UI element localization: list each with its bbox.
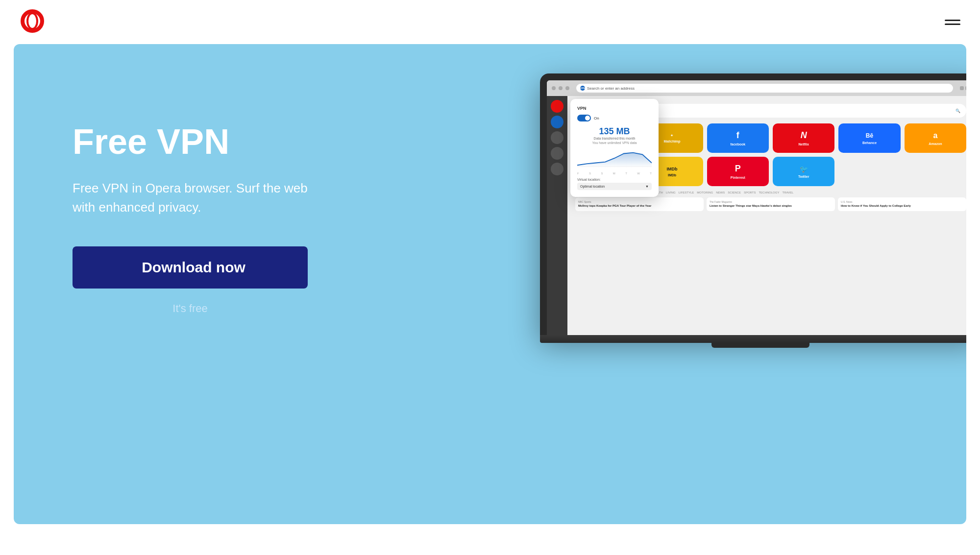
browser-controls [960, 86, 966, 90]
browser-dot-2 [559, 86, 563, 90]
browser-sidebar [547, 96, 567, 335]
news-tab-technology[interactable]: TECHNOLOGY [759, 191, 779, 194]
vpn-data-label: Data transferred this month [577, 137, 652, 140]
sd-amazon[interactable]: a Amazon [905, 123, 966, 153]
chevron-down-icon: ▼ [645, 185, 649, 188]
laptop-mockup: VPN Search or enter an address [540, 73, 966, 348]
hero-section: Free VPN Free VPN in Opera browser. Surf… [14, 44, 966, 524]
news-source-1: NBC Sports [578, 200, 701, 203]
laptop-stand [711, 343, 809, 348]
opera-logo[interactable] [20, 8, 45, 36]
news-headline-2: Listen to Stranger Things star Maya Hawk… [710, 204, 832, 208]
browser-bar: VPN Search or enter an address [547, 80, 966, 96]
download-button-label: Download now [142, 259, 245, 276]
header [0, 0, 980, 44]
news-tab-news[interactable]: NEWS [716, 191, 725, 194]
laptop-screen: VPN Search or enter an address [547, 80, 966, 335]
news-tab-lifestyle[interactable]: LIFESTYLE [679, 191, 694, 194]
netflix-icon: N [801, 130, 807, 141]
browser-control-2 [965, 86, 966, 90]
news-source-2: The Fader Magazine [710, 200, 832, 203]
vpn-toggle-row: On [577, 115, 652, 121]
news-tab-travel[interactable]: TRAVEL [782, 191, 793, 194]
vpn-toggle[interactable] [577, 115, 591, 121]
imdb-label: IMDb [668, 173, 676, 177]
behance-icon: Bē [866, 132, 873, 139]
browser-control-1 [960, 86, 964, 90]
pinterest-icon: P [735, 164, 741, 174]
sidebar-icon-3 [551, 147, 564, 160]
download-now-button[interactable]: Download now [73, 246, 308, 289]
vpn-location-value: Optimal location [580, 185, 605, 188]
vpn-chart [577, 148, 652, 168]
sd-facebook[interactable]: f facebook [707, 123, 769, 153]
news-tab-motoring[interactable]: MOTORING [697, 191, 713, 194]
sidebar-icon-1 [551, 100, 564, 113]
sd-behance[interactable]: Bē Behance [838, 123, 900, 153]
news-card-3[interactable]: U.S. News How to Know if You Should Appl… [838, 197, 966, 211]
behance-label: Behance [862, 141, 877, 145]
its-free-label: It's free [73, 302, 308, 315]
facebook-label: facebook [730, 143, 745, 146]
sidebar-icon-4 [551, 163, 564, 175]
pinterest-label: Pinterest [731, 176, 745, 179]
mailchimp-label: Mailchimp [663, 140, 680, 143]
laptop-base [540, 335, 966, 343]
mailchimp-icon: ✦ [670, 134, 673, 138]
news-tab-science[interactable]: SCIENCE [728, 191, 741, 194]
amazon-label: Amazon [929, 142, 942, 145]
vpn-popup: VPN On 135 MB Data transferred this mont… [570, 99, 659, 197]
news-source-3: U.S. News [841, 200, 963, 203]
news-headline-1: McIlroy tops Koepka for PGA Tour Player … [578, 204, 701, 208]
browser-dot-1 [552, 86, 556, 90]
twitter-label: Twitter [798, 175, 809, 178]
amazon-icon: a [933, 131, 937, 140]
vpn-location-select[interactable]: Optimal location ▼ [577, 183, 652, 190]
search-icon-browser: 🔍 [956, 109, 960, 113]
sd-twitter[interactable]: 🐦 Twitter [773, 157, 834, 186]
hamburger-menu-button[interactable] [945, 20, 960, 25]
news-grid: NBC Sports McIlroy tops Koepka for PGA T… [575, 197, 966, 211]
vpn-popup-title: VPN [577, 106, 652, 111]
news-card-2[interactable]: The Fader Magazine Listen to Stranger Th… [707, 197, 835, 211]
browser-address-bar: VPN Search or enter an address [576, 84, 953, 93]
news-tab-living[interactable]: LIVING [666, 191, 676, 194]
news-headline-3: How to Know if You Should Apply to Colle… [841, 204, 963, 208]
vpn-unlimited-note: You have unlimited VPN data [577, 141, 652, 145]
laptop-frame: VPN Search or enter an address [540, 73, 966, 335]
vpn-chart-labels: FSSMTWT [577, 172, 652, 175]
news-card-1[interactable]: NBC Sports McIlroy tops Koepka for PGA T… [575, 197, 704, 211]
twitter-icon: 🐦 [800, 165, 808, 173]
sidebar-icon-2 [551, 131, 564, 144]
facebook-icon: f [736, 130, 739, 141]
sidebar-icon-vpn [551, 116, 564, 128]
vpn-location-label: Virtual location: [577, 178, 652, 181]
hero-content: Free VPN Free VPN in Opera browser. Surf… [14, 73, 347, 354]
sd-netflix[interactable]: N Netflix [773, 123, 834, 153]
hero-title: Free VPN [73, 122, 347, 161]
vpn-data-section: 135 MB Data transferred this month You h… [577, 126, 652, 145]
vpn-toggle-label: On [594, 116, 599, 121]
imdb-icon: IMDb [666, 167, 677, 171]
vpn-data-amount: 135 MB [577, 126, 652, 137]
hero-description: Free VPN in Opera browser. Surf the web … [73, 179, 327, 217]
vpn-badge-bar: VPN [580, 86, 585, 91]
sd-pinterest[interactable]: P Pinterest [707, 157, 769, 186]
browser-dot-3 [565, 86, 569, 90]
news-tab-sports[interactable]: SPORTS [744, 191, 756, 194]
netflix-label: Netflix [798, 143, 808, 146]
